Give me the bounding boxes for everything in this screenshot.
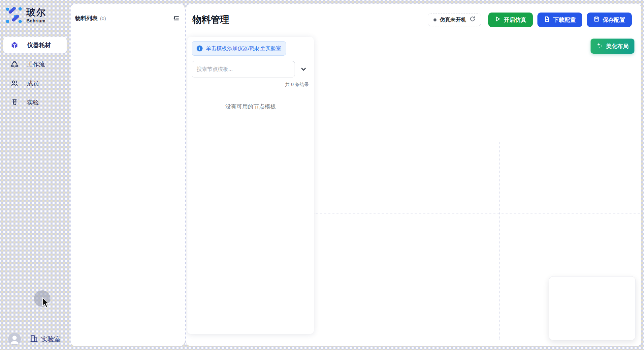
minimap-panel[interactable]	[549, 276, 636, 340]
download-config-label: 下载配置	[553, 16, 576, 24]
sidebar-item-instruments[interactable]: 仪器耗材	[3, 37, 67, 53]
brand-name-zh: 玻尔	[26, 8, 46, 17]
experiment-icon	[11, 99, 18, 106]
main-panel: 物料管理 仿真未开机 开启仿真	[186, 4, 641, 346]
simulation-status-pill[interactable]: 仿真未开机	[428, 13, 481, 26]
sidebar-item-label: 仪器耗材	[27, 41, 51, 49]
members-icon	[11, 79, 18, 87]
collapse-panel-button[interactable]	[172, 14, 180, 22]
workflow-icon	[11, 60, 18, 68]
cube-icon	[11, 41, 18, 49]
page-title: 物料管理	[192, 14, 229, 26]
brand-name-en: Bohrium	[26, 18, 46, 23]
bohrium-logo-icon	[5, 6, 22, 25]
brand: 玻尔 Bohrium	[0, 0, 70, 25]
sidebar-item-label: 实验	[27, 99, 39, 106]
mouse-cursor	[42, 297, 50, 310]
beautify-layout-button[interactable]: 美化布局	[591, 39, 634, 54]
header-actions: 仿真未开机 开启仿真	[428, 13, 632, 27]
template-hint-text: 单击模板添加仪器/耗材至实验室	[206, 45, 281, 52]
sidebar-item-members[interactable]: 成员	[3, 75, 67, 92]
main-header: 物料管理 仿真未开机 开启仿真	[186, 4, 641, 28]
materials-list-count: (0)	[100, 15, 106, 21]
play-icon	[495, 16, 500, 23]
building-icon	[30, 334, 38, 344]
download-config-button[interactable]: 下载配置	[537, 13, 582, 27]
start-simulation-button[interactable]: 开启仿真	[488, 13, 533, 27]
avatar[interactable]	[8, 333, 21, 345]
sidebar-item-workflow[interactable]: 工作流	[3, 56, 67, 73]
brand-text: 玻尔 Bohrium	[26, 8, 46, 23]
beautify-layout-label: 美化布局	[606, 43, 628, 50]
sidebar-nav: 仪器耗材 工作流 成员	[0, 37, 70, 111]
template-empty-message: 没有可用的节点模板	[192, 103, 309, 110]
template-hint-banner[interactable]: i 单击模板添加仪器/耗材至实验室	[192, 41, 286, 56]
sidebar-item-label: 工作流	[27, 60, 45, 68]
materials-list-panel: 物料列表 (0)	[71, 4, 185, 346]
workspace-switcher[interactable]: 实验室	[30, 334, 61, 344]
status-label: 仿真未开机	[440, 16, 466, 23]
save-config-button[interactable]: 保存配置	[587, 13, 632, 27]
sidebar-footer: 实验室	[0, 333, 70, 345]
template-result-count: 共 0 条结果	[192, 82, 309, 88]
materials-list-header: 物料列表 (0)	[71, 4, 185, 22]
template-search-input[interactable]	[192, 61, 295, 77]
canvas-guide-vertical	[499, 142, 499, 340]
refresh-icon[interactable]	[469, 16, 475, 23]
materials-list-title: 物料列表	[75, 15, 98, 22]
sidebar-item-label: 成员	[27, 79, 39, 87]
download-file-icon	[544, 16, 550, 24]
node-template-panel: i 单击模板添加仪器/耗材至实验室 共 0 条结果 没有可用的节点模板	[187, 37, 314, 334]
status-dot-icon	[434, 18, 436, 21]
workspace-label: 实验室	[41, 335, 61, 344]
save-icon	[594, 16, 599, 24]
template-search-row	[192, 61, 309, 77]
save-config-label: 保存配置	[603, 16, 625, 24]
sidebar-item-experiments[interactable]: 实验	[3, 94, 67, 111]
start-simulation-label: 开启仿真	[504, 16, 526, 24]
canvas-guide-horizontal	[314, 214, 641, 214]
info-icon: i	[197, 45, 203, 51]
chevron-down-icon[interactable]	[298, 63, 309, 75]
sparkles-icon	[596, 42, 603, 50]
